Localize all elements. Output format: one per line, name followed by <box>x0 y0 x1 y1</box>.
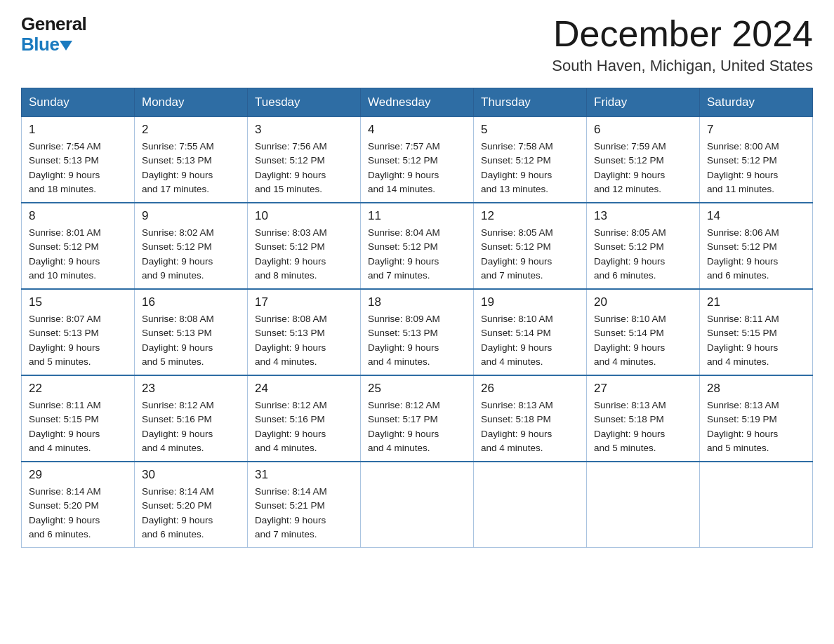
table-row: 16Sunrise: 8:08 AMSunset: 5:13 PMDayligh… <box>135 289 248 375</box>
svg-marker-0 <box>60 41 72 51</box>
day-number: 21 <box>707 295 805 309</box>
table-row: 19Sunrise: 8:10 AMSunset: 5:14 PMDayligh… <box>474 289 587 375</box>
day-info: Sunrise: 8:05 AMSunset: 5:12 PMDaylight:… <box>481 226 579 283</box>
table-row: 20Sunrise: 8:10 AMSunset: 5:14 PMDayligh… <box>587 289 700 375</box>
table-row: 26Sunrise: 8:13 AMSunset: 5:18 PMDayligh… <box>474 375 587 462</box>
title-block: December 2024 South Haven, Michigan, Uni… <box>552 14 813 75</box>
day-info: Sunrise: 8:14 AMSunset: 5:20 PMDaylight:… <box>29 485 127 542</box>
day-info: Sunrise: 8:12 AMSunset: 5:16 PMDaylight:… <box>255 398 353 455</box>
day-number: 12 <box>481 209 579 223</box>
day-number: 16 <box>142 295 240 309</box>
table-row: 25Sunrise: 8:12 AMSunset: 5:17 PMDayligh… <box>361 375 474 462</box>
day-number: 3 <box>255 123 353 137</box>
table-row: 11Sunrise: 8:04 AMSunset: 5:12 PMDayligh… <box>361 203 474 289</box>
day-info: Sunrise: 8:10 AMSunset: 5:14 PMDaylight:… <box>594 312 692 369</box>
table-row: 13Sunrise: 8:05 AMSunset: 5:12 PMDayligh… <box>587 203 700 289</box>
table-row: 6Sunrise: 7:59 AMSunset: 5:12 PMDaylight… <box>587 117 700 203</box>
day-number: 10 <box>255 209 353 223</box>
day-info: Sunrise: 7:55 AMSunset: 5:13 PMDaylight:… <box>142 140 240 196</box>
table-row: 8Sunrise: 8:01 AMSunset: 5:12 PMDaylight… <box>22 203 135 289</box>
col-sunday: Sunday <box>22 88 135 117</box>
day-number: 14 <box>707 209 805 223</box>
day-info: Sunrise: 8:06 AMSunset: 5:12 PMDaylight:… <box>707 226 805 283</box>
calendar-week-row: 1Sunrise: 7:54 AMSunset: 5:13 PMDaylight… <box>22 117 813 203</box>
day-info: Sunrise: 7:59 AMSunset: 5:12 PMDaylight:… <box>594 140 692 196</box>
day-number: 26 <box>481 382 579 396</box>
table-row: 30Sunrise: 8:14 AMSunset: 5:20 PMDayligh… <box>135 462 248 548</box>
day-info: Sunrise: 8:03 AMSunset: 5:12 PMDaylight:… <box>255 226 353 283</box>
day-info: Sunrise: 7:54 AMSunset: 5:13 PMDaylight:… <box>29 140 127 196</box>
day-info: Sunrise: 8:05 AMSunset: 5:12 PMDaylight:… <box>594 226 692 283</box>
day-info: Sunrise: 8:12 AMSunset: 5:16 PMDaylight:… <box>142 398 240 455</box>
day-info: Sunrise: 8:00 AMSunset: 5:12 PMDaylight:… <box>707 140 805 196</box>
table-row: 22Sunrise: 8:11 AMSunset: 5:15 PMDayligh… <box>22 375 135 462</box>
day-info: Sunrise: 8:08 AMSunset: 5:13 PMDaylight:… <box>255 312 353 369</box>
table-row: 29Sunrise: 8:14 AMSunset: 5:20 PMDayligh… <box>22 462 135 548</box>
day-number: 31 <box>255 468 353 482</box>
day-number: 2 <box>142 123 240 137</box>
table-row: 3Sunrise: 7:56 AMSunset: 5:12 PMDaylight… <box>248 117 361 203</box>
table-row: 7Sunrise: 8:00 AMSunset: 5:12 PMDaylight… <box>700 117 813 203</box>
day-number: 27 <box>594 382 692 396</box>
day-info: Sunrise: 8:08 AMSunset: 5:13 PMDaylight:… <box>142 312 240 369</box>
table-row: 31Sunrise: 8:14 AMSunset: 5:21 PMDayligh… <box>248 462 361 548</box>
logo-triangle-icon <box>60 41 72 51</box>
table-row: 28Sunrise: 8:13 AMSunset: 5:19 PMDayligh… <box>700 375 813 462</box>
day-number: 23 <box>142 382 240 396</box>
calendar-table: Sunday Monday Tuesday Wednesday Thursday… <box>21 88 813 548</box>
day-number: 30 <box>142 468 240 482</box>
day-info: Sunrise: 8:02 AMSunset: 5:12 PMDaylight:… <box>142 226 240 283</box>
day-number: 7 <box>707 123 805 137</box>
table-row: 21Sunrise: 8:11 AMSunset: 5:15 PMDayligh… <box>700 289 813 375</box>
day-number: 29 <box>29 468 127 482</box>
day-info: Sunrise: 8:10 AMSunset: 5:14 PMDaylight:… <box>481 312 579 369</box>
day-info: Sunrise: 7:58 AMSunset: 5:12 PMDaylight:… <box>481 140 579 196</box>
day-info: Sunrise: 7:57 AMSunset: 5:12 PMDaylight:… <box>368 140 466 196</box>
table-row: 9Sunrise: 8:02 AMSunset: 5:12 PMDaylight… <box>135 203 248 289</box>
logo-blue: Blue <box>21 34 86 55</box>
day-info: Sunrise: 8:09 AMSunset: 5:13 PMDaylight:… <box>368 312 466 369</box>
day-info: Sunrise: 8:13 AMSunset: 5:19 PMDaylight:… <box>707 398 805 455</box>
weekday-header-row: Sunday Monday Tuesday Wednesday Thursday… <box>22 88 813 117</box>
day-number: 18 <box>368 295 466 309</box>
day-number: 11 <box>368 209 466 223</box>
day-number: 15 <box>29 295 127 309</box>
col-tuesday: Tuesday <box>248 88 361 117</box>
day-info: Sunrise: 8:14 AMSunset: 5:21 PMDaylight:… <box>255 485 353 542</box>
day-number: 25 <box>368 382 466 396</box>
table-row: 1Sunrise: 7:54 AMSunset: 5:13 PMDaylight… <box>22 117 135 203</box>
day-number: 19 <box>481 295 579 309</box>
calendar-title: December 2024 <box>552 14 813 54</box>
day-number: 28 <box>707 382 805 396</box>
page-header: General Blue December 2024 South Haven, … <box>21 14 813 75</box>
table-row: 24Sunrise: 8:12 AMSunset: 5:16 PMDayligh… <box>248 375 361 462</box>
table-row: 17Sunrise: 8:08 AMSunset: 5:13 PMDayligh… <box>248 289 361 375</box>
day-number: 4 <box>368 123 466 137</box>
calendar-week-row: 22Sunrise: 8:11 AMSunset: 5:15 PMDayligh… <box>22 375 813 462</box>
day-info: Sunrise: 8:07 AMSunset: 5:13 PMDaylight:… <box>29 312 127 369</box>
table-row: 10Sunrise: 8:03 AMSunset: 5:12 PMDayligh… <box>248 203 361 289</box>
day-number: 13 <box>594 209 692 223</box>
day-info: Sunrise: 8:14 AMSunset: 5:20 PMDaylight:… <box>142 485 240 542</box>
table-row: 18Sunrise: 8:09 AMSunset: 5:13 PMDayligh… <box>361 289 474 375</box>
table-row <box>587 462 700 548</box>
col-friday: Friday <box>587 88 700 117</box>
table-row: 23Sunrise: 8:12 AMSunset: 5:16 PMDayligh… <box>135 375 248 462</box>
day-number: 17 <box>255 295 353 309</box>
day-number: 1 <box>29 123 127 137</box>
day-info: Sunrise: 7:56 AMSunset: 5:12 PMDaylight:… <box>255 140 353 196</box>
day-info: Sunrise: 8:01 AMSunset: 5:12 PMDaylight:… <box>29 226 127 283</box>
table-row: 14Sunrise: 8:06 AMSunset: 5:12 PMDayligh… <box>700 203 813 289</box>
calendar-week-row: 29Sunrise: 8:14 AMSunset: 5:20 PMDayligh… <box>22 462 813 548</box>
col-monday: Monday <box>135 88 248 117</box>
calendar-subtitle: South Haven, Michigan, United States <box>552 57 813 75</box>
table-row <box>700 462 813 548</box>
day-number: 5 <box>481 123 579 137</box>
day-number: 22 <box>29 382 127 396</box>
day-number: 8 <box>29 209 127 223</box>
day-number: 24 <box>255 382 353 396</box>
calendar-week-row: 8Sunrise: 8:01 AMSunset: 5:12 PMDaylight… <box>22 203 813 289</box>
col-wednesday: Wednesday <box>361 88 474 117</box>
table-row: 12Sunrise: 8:05 AMSunset: 5:12 PMDayligh… <box>474 203 587 289</box>
day-info: Sunrise: 8:13 AMSunset: 5:18 PMDaylight:… <box>481 398 579 455</box>
